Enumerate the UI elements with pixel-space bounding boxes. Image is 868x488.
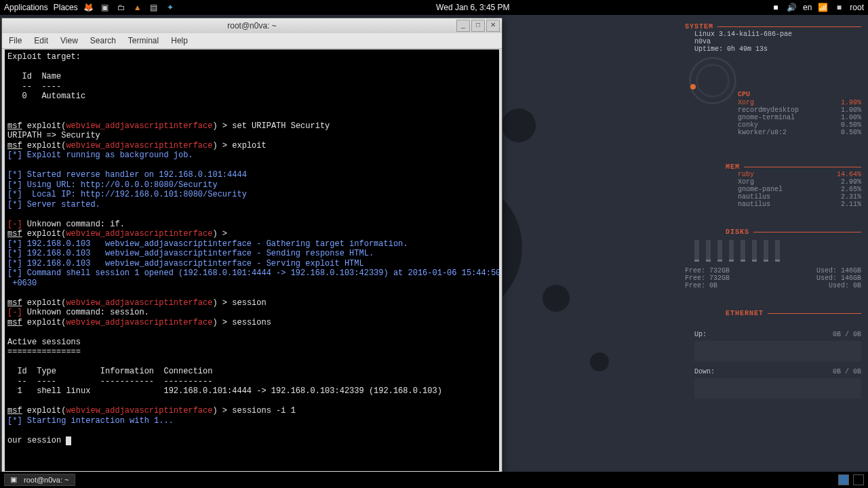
window-titlebar[interactable]: root@n0va: ~ _ □ ✕ bbox=[2, 18, 502, 33]
leafpad-icon[interactable]: ▤ bbox=[149, 2, 159, 13]
disk-used: Used: 146GB bbox=[816, 274, 861, 282]
taskbar-entry-label: root@n0va: ~ bbox=[24, 476, 69, 484]
keyboard-layout[interactable]: en bbox=[803, 3, 812, 12]
system-monitor-widget: SYSTEM Linux 3.14-kali1-686-pae n0va Upt… bbox=[685, 16, 861, 401]
cpu-proc: recordmydesktop bbox=[738, 106, 799, 114]
mem-proc: nautilus bbox=[738, 201, 770, 208]
clock[interactable]: Wed Jan 6, 3:45 PM bbox=[180, 3, 766, 12]
disk-used: Used: 0B bbox=[829, 282, 861, 289]
menu-view[interactable]: View bbox=[60, 36, 78, 45]
user-icon: ■ bbox=[833, 2, 844, 13]
taskbar-entry-terminal[interactable]: ▣ root@n0va: ~ bbox=[4, 474, 75, 486]
uptime-text: Uptime: 0h 49m 13s bbox=[694, 45, 861, 53]
conky-system-header: SYSTEM bbox=[685, 23, 713, 30]
window-title: root@n0va: ~ bbox=[227, 21, 277, 30]
cpu-proc: gnome-terminal bbox=[738, 114, 795, 121]
cpu-proc: conky bbox=[738, 121, 758, 129]
wallpaper-splat bbox=[590, 352, 609, 371]
menu-file[interactable]: File bbox=[9, 36, 22, 45]
disk-bars bbox=[694, 240, 861, 262]
cursor-icon bbox=[66, 436, 71, 445]
terminal-icon: ▣ bbox=[10, 475, 20, 485]
net-down-graph bbox=[694, 378, 861, 399]
conky-mem-header: MEM bbox=[726, 163, 740, 171]
mem-proc: Xorg bbox=[738, 178, 754, 186]
files-icon[interactable]: 🗀 bbox=[116, 2, 127, 13]
terminal-window: root@n0va: ~ _ □ ✕ File Edit View Search… bbox=[1, 18, 502, 474]
mem-proc: gnome-panel bbox=[738, 186, 783, 193]
xchat-icon[interactable]: ✦ bbox=[165, 2, 176, 13]
menu-help[interactable]: Help bbox=[171, 36, 188, 45]
places-menu[interactable]: Places bbox=[54, 3, 78, 12]
disk-free: Free: 0B bbox=[685, 282, 717, 289]
mem-proc: nautilus bbox=[738, 193, 770, 201]
net-up-graph bbox=[694, 341, 861, 361]
cpu-ring-gauge bbox=[689, 57, 736, 104]
record-indicator-icon[interactable]: ■ bbox=[770, 2, 781, 13]
user-menu[interactable]: root bbox=[850, 3, 864, 12]
volume-icon[interactable]: 🔊 bbox=[787, 2, 797, 13]
menu-search[interactable]: Search bbox=[90, 36, 116, 45]
vlc-icon[interactable]: ▲ bbox=[132, 2, 143, 13]
terminal-input[interactable]: our session bbox=[7, 436, 66, 445]
menu-edit[interactable]: Edit bbox=[34, 36, 48, 45]
workspace-1[interactable] bbox=[838, 474, 849, 485]
mem-proc: ruby bbox=[738, 171, 754, 178]
window-minimize-button[interactable]: _ bbox=[456, 20, 470, 32]
window-maximize-button[interactable]: □ bbox=[471, 20, 485, 32]
wallpaper-splat bbox=[542, 285, 570, 312]
disk-used: Used: 146GB bbox=[816, 267, 861, 274]
window-close-button[interactable]: ✕ bbox=[486, 20, 500, 32]
net-down-value: 0B / 0B bbox=[833, 368, 861, 375]
hostname-text: n0va bbox=[694, 38, 861, 45]
disk-free: Free: 732GB bbox=[685, 274, 730, 282]
terminal-output[interactable]: Exploit target: Id Name -- ---- 0 Automa… bbox=[5, 49, 499, 471]
bottom-taskbar: ▣ root@n0va: ~ bbox=[0, 472, 868, 488]
applications-menu[interactable]: Applications bbox=[4, 3, 48, 12]
net-up-value: 0B / 0B bbox=[833, 331, 861, 338]
terminal-menubar: File Edit View Search Terminal Help bbox=[2, 33, 502, 49]
wallpaper-splat bbox=[502, 108, 536, 142]
net-up-label: Up: bbox=[694, 331, 707, 338]
disk-free: Free: 732GB bbox=[685, 267, 730, 274]
net-down-label: Down: bbox=[694, 368, 715, 375]
menu-terminal[interactable]: Terminal bbox=[128, 36, 159, 45]
conky-cpu-header: CPU bbox=[738, 91, 750, 98]
cpu-proc: kworker/u8:2 bbox=[738, 129, 787, 136]
network-icon[interactable]: 📶 bbox=[817, 2, 828, 13]
workspace-2[interactable] bbox=[853, 474, 864, 485]
top-panel: Applications Places 🦊 ▣ 🗀 ▲ ▤ ✦ Wed Jan … bbox=[0, 0, 868, 15]
conky-disks-header: DISKS bbox=[726, 228, 749, 236]
kernel-text: Linux 3.14-kali1-686-pae bbox=[694, 30, 861, 38]
iceweasel-icon[interactable]: 🦊 bbox=[83, 2, 94, 13]
terminal-icon[interactable]: ▣ bbox=[100, 2, 111, 13]
conky-ethernet-header: ETHERNET bbox=[726, 310, 764, 317]
